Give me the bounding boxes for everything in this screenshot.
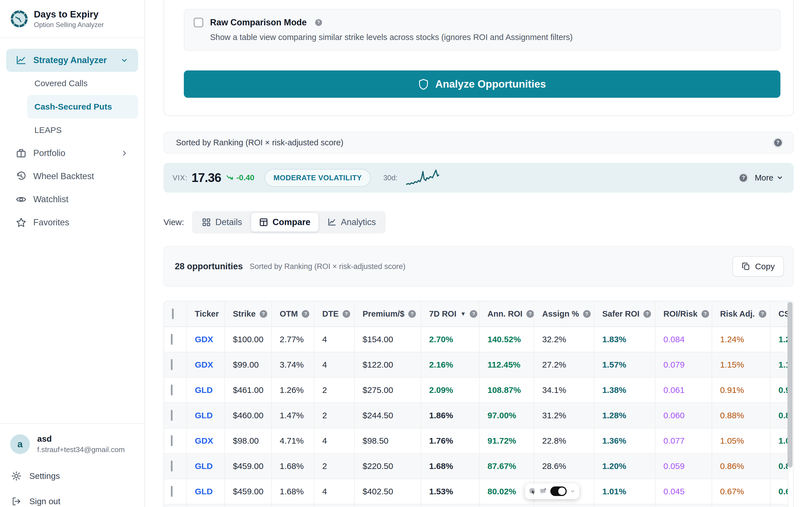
- otm-cell: 3.74%: [271, 352, 314, 378]
- table-row: GDX $100.00 2.77% 4 $154.00 2.70% 140.52…: [164, 327, 788, 352]
- roi-risk-cell: 0.079: [655, 352, 712, 378]
- col-csp[interactable]: CSP: [770, 301, 788, 327]
- tab-details[interactable]: Details: [194, 213, 250, 231]
- tab-compare[interactable]: Compare: [251, 213, 318, 231]
- help-icon[interactable]: ?: [408, 310, 416, 318]
- ann-roi-cell: [479, 504, 534, 507]
- otm-cell: 4.71%: [271, 428, 314, 453]
- premium-cell: $402.50: [354, 479, 421, 504]
- help-icon[interactable]: ?: [759, 310, 766, 318]
- comment-add-icon[interactable]: [540, 487, 547, 496]
- sidebar-item-covered-calls[interactable]: Covered Calls: [6, 72, 138, 95]
- copy-button[interactable]: Copy: [732, 256, 784, 277]
- sidebar-item-leaps[interactable]: LEAPS: [6, 119, 138, 142]
- row-checkbox[interactable]: [171, 460, 172, 471]
- ann-roi-cell: 112.45%: [479, 352, 534, 378]
- risk-adj-cell: 0.91%: [712, 378, 770, 403]
- ticker-link[interactable]: GLD: [187, 479, 225, 504]
- ticker-link[interactable]: GLD: [187, 403, 225, 428]
- col-7d-roi[interactable]: 7D ROI▼?: [421, 301, 479, 327]
- col-ticker[interactable]: Ticker: [187, 301, 225, 327]
- scrollbar-thumb[interactable]: [788, 302, 793, 467]
- col-strike[interactable]: Strike?: [225, 301, 271, 327]
- chevron-down-icon[interactable]: [570, 488, 575, 495]
- user-profile[interactable]: a asd f.strauf+test34@gmail.com: [10, 434, 134, 454]
- roi-risk-cell: 0.045: [655, 479, 712, 504]
- tab-analytics[interactable]: Analytics: [319, 213, 384, 231]
- roi-risk-cell: [655, 504, 712, 507]
- roi7d-cell: 2.70%: [421, 327, 479, 352]
- help-icon[interactable]: ?: [526, 310, 534, 318]
- raw-comparison-help-icon[interactable]: ?: [313, 18, 324, 26]
- sidebar-item-strategy-analyzer[interactable]: Strategy Analyzer: [6, 49, 138, 72]
- ticker-link[interactable]: GDX: [187, 327, 225, 352]
- vix-range-label: 30d:: [383, 173, 398, 182]
- help-icon[interactable]: ?: [702, 310, 709, 318]
- row-checkbox[interactable]: [171, 334, 172, 345]
- signout-button[interactable]: Sign out: [10, 492, 134, 507]
- select-all-checkbox[interactable]: [172, 308, 174, 319]
- assign-cell: 31.2%: [534, 403, 594, 428]
- table-scrollbar[interactable]: [788, 302, 793, 507]
- chart-line-icon: [16, 55, 27, 66]
- sidebar-nav: Strategy Analyzer Covered Calls Cash-Sec…: [0, 38, 144, 234]
- risk-adj-cell: 1.24%: [712, 327, 770, 352]
- table-header-row: Ticker Strike? OTM? DTE? Premium/$? 7D R…: [164, 301, 788, 327]
- toggle-switch[interactable]: [550, 487, 567, 496]
- shield-icon: [418, 78, 428, 90]
- csp-cell: 0.88: [770, 403, 788, 428]
- row-checkbox[interactable]: [171, 410, 172, 421]
- csp-cell: [770, 504, 788, 507]
- sidebar-item-wheel-backtest[interactable]: Wheel Backtest: [6, 165, 138, 188]
- col-otm[interactable]: OTM?: [271, 301, 314, 327]
- sorted-banner-help-icon[interactable]: ?: [773, 138, 783, 148]
- col-roi-risk[interactable]: ROI/Risk?: [655, 301, 712, 327]
- brand: Days to Expiry Option Selling Analyzer: [0, 0, 144, 38]
- sidebar-item-portfolio[interactable]: Portfolio: [6, 142, 138, 165]
- help-icon[interactable]: ?: [260, 310, 267, 318]
- help-icon[interactable]: ?: [583, 310, 591, 318]
- strike-cell: $100.00: [225, 327, 271, 352]
- ticker-link[interactable]: GLD: [187, 378, 225, 403]
- vix-help-icon[interactable]: ?: [739, 173, 749, 183]
- safer-roi-cell: 1.38%: [594, 378, 655, 403]
- ticker-link[interactable]: GDX: [187, 352, 225, 378]
- csp-cell: 0.91: [770, 378, 788, 403]
- roi-risk-cell: 0.060: [655, 403, 712, 428]
- analyze-opportunities-button[interactable]: Analyze Opportunities: [184, 70, 780, 98]
- table-row: GDX $99.00 3.74% 4 $122.00 2.16% 112.45%…: [164, 352, 788, 378]
- settings-button[interactable]: Settings: [10, 467, 134, 485]
- ticker-link[interactable]: GDX: [187, 428, 225, 453]
- sidebar-item-watchlist[interactable]: Watchlist: [6, 188, 138, 211]
- col-dte[interactable]: DTE?: [314, 301, 354, 327]
- strike-cell: $99.00: [225, 352, 271, 378]
- premium-cell: $122.00: [354, 352, 421, 378]
- help-icon[interactable]: ?: [343, 310, 350, 318]
- col-ann-roi[interactable]: Ann. ROI?: [479, 301, 534, 327]
- premium-cell: $154.00: [354, 327, 421, 352]
- row-checkbox[interactable]: [171, 359, 172, 370]
- cursor-tool-icon[interactable]: [529, 487, 536, 496]
- strike-cell: $98.00: [225, 428, 271, 453]
- raw-comparison-checkbox[interactable]: [194, 18, 203, 27]
- sidebar-item-cash-secured-puts[interactable]: Cash-Secured Puts: [27, 95, 138, 119]
- col-premium[interactable]: Premium/$?: [354, 301, 421, 327]
- row-checkbox[interactable]: [171, 486, 172, 497]
- row-checkbox[interactable]: [171, 385, 172, 395]
- row-checkbox[interactable]: [171, 435, 172, 446]
- vix-sparkline: [403, 169, 453, 187]
- ticker-link[interactable]: [187, 504, 225, 507]
- col-risk-adj[interactable]: Risk Adj.?: [712, 301, 770, 327]
- sidebar-item-favorites[interactable]: Favorites: [6, 211, 138, 234]
- roi-risk-cell: 0.059: [655, 453, 712, 479]
- col-safer-roi[interactable]: Safer ROI?: [594, 301, 655, 327]
- help-icon[interactable]: ?: [302, 310, 309, 318]
- roi-risk-cell: 0.084: [655, 327, 712, 352]
- help-icon[interactable]: ?: [470, 310, 477, 318]
- col-assign[interactable]: Assign %?: [534, 301, 594, 327]
- ticker-link[interactable]: GLD: [187, 453, 225, 479]
- vix-more-button[interactable]: More: [755, 173, 783, 182]
- help-icon[interactable]: ?: [644, 310, 651, 318]
- opportunities-count: 28 opportunities: [175, 262, 243, 272]
- dte-cell: 2: [314, 403, 354, 428]
